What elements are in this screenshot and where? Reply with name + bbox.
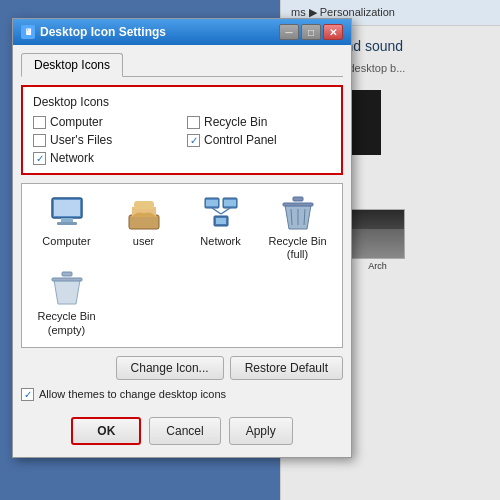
maximize-button[interactable]: □ — [301, 24, 321, 40]
svg-rect-2 — [61, 218, 73, 222]
icons-preview: Computer user — [21, 183, 343, 348]
theme-thumbnail-arch[interactable]: Arch — [350, 209, 405, 271]
svg-rect-1 — [54, 200, 80, 216]
network-icon — [202, 194, 240, 232]
checkbox-control-panel[interactable]: Control Panel — [187, 133, 331, 147]
svg-rect-14 — [216, 218, 226, 224]
icon-item-recycle-full[interactable]: Recycle Bin(full) — [263, 194, 332, 261]
icon-item-user[interactable]: user — [109, 194, 178, 248]
svg-line-12 — [221, 208, 230, 214]
close-button[interactable]: ✕ — [323, 24, 343, 40]
user-icon-label: user — [133, 235, 154, 248]
checkbox-recycle-bin[interactable]: Recycle Bin — [187, 115, 331, 129]
icon-item-recycle-empty[interactable]: Recycle Bin(empty) — [32, 269, 101, 336]
dialog-body: Desktop Icons Desktop Icons Computer Rec… — [13, 45, 351, 457]
network-icon-label: Network — [200, 235, 240, 248]
group-title: Desktop Icons — [33, 95, 331, 109]
allow-themes-label: Allow themes to change desktop icons — [39, 388, 226, 400]
recycle-full-icon-label: Recycle Bin(full) — [268, 235, 326, 261]
svg-line-11 — [212, 208, 221, 214]
restore-default-button[interactable]: Restore Default — [230, 356, 343, 380]
svg-rect-8 — [206, 200, 218, 206]
checkbox-grid: Computer Recycle Bin User's Files Contro… — [33, 115, 331, 165]
checkbox-recycle-bin-label: Recycle Bin — [204, 115, 267, 129]
checkbox-control-panel-label: Control Panel — [204, 133, 277, 147]
arch-label: Arch — [350, 261, 405, 271]
svg-rect-4 — [129, 215, 159, 229]
svg-rect-10 — [224, 200, 236, 206]
recycle-empty-icon-label: Recycle Bin(empty) — [37, 310, 95, 336]
tab-strip: Desktop Icons — [21, 53, 343, 77]
checkbox-recycle-bin-input[interactable] — [187, 116, 200, 129]
svg-rect-20 — [52, 278, 82, 281]
bottom-buttons: OK Cancel Apply — [21, 411, 343, 449]
dialog-titlebar: 🖥 Desktop Icon Settings ─ □ ✕ — [13, 19, 351, 45]
checkbox-computer-label: Computer — [50, 115, 103, 129]
checkbox-computer[interactable]: Computer — [33, 115, 177, 129]
svg-rect-16 — [293, 197, 303, 201]
svg-rect-21 — [62, 272, 72, 276]
change-icon-button[interactable]: Change Icon... — [116, 356, 224, 380]
ok-button[interactable]: OK — [71, 417, 141, 445]
checkbox-users-files-input[interactable] — [33, 134, 46, 147]
checkbox-users-files-label: User's Files — [50, 133, 112, 147]
recycle-full-icon — [279, 194, 317, 232]
icon-item-computer[interactable]: Computer — [32, 194, 101, 248]
svg-rect-15 — [283, 203, 313, 206]
user-icon — [125, 194, 163, 232]
tab-desktop-icons[interactable]: Desktop Icons — [21, 53, 123, 77]
icon-item-network[interactable]: Network — [186, 194, 255, 248]
computer-icon-label: Computer — [42, 235, 90, 248]
recycle-empty-icon — [48, 269, 86, 307]
checkbox-computer-input[interactable] — [33, 116, 46, 129]
icon-action-buttons: Change Icon... Restore Default — [21, 356, 343, 380]
checkbox-network[interactable]: Network — [33, 151, 177, 165]
checkbox-control-panel-input[interactable] — [187, 134, 200, 147]
checkbox-network-input[interactable] — [33, 152, 46, 165]
desktop-icon-settings-dialog: 🖥 Desktop Icon Settings ─ □ ✕ Desktop Ic… — [12, 18, 352, 458]
svg-rect-3 — [57, 222, 77, 225]
svg-rect-6 — [134, 201, 154, 209]
checkbox-network-label: Network — [50, 151, 94, 165]
apply-button[interactable]: Apply — [229, 417, 293, 445]
dialog-title: Desktop Icon Settings — [40, 25, 166, 39]
dialog-icon: 🖥 — [21, 25, 35, 39]
cancel-button[interactable]: Cancel — [149, 417, 220, 445]
allow-themes-row[interactable]: Allow themes to change desktop icons — [21, 388, 343, 401]
desktop-icons-group: Desktop Icons Computer Recycle Bin User'… — [21, 85, 343, 175]
checkbox-users-files[interactable]: User's Files — [33, 133, 177, 147]
titlebar-left: 🖥 Desktop Icon Settings — [21, 25, 166, 39]
computer-icon — [48, 194, 86, 232]
allow-themes-checkbox[interactable] — [21, 388, 34, 401]
titlebar-controls: ─ □ ✕ — [279, 24, 343, 40]
minimize-button[interactable]: ─ — [279, 24, 299, 40]
